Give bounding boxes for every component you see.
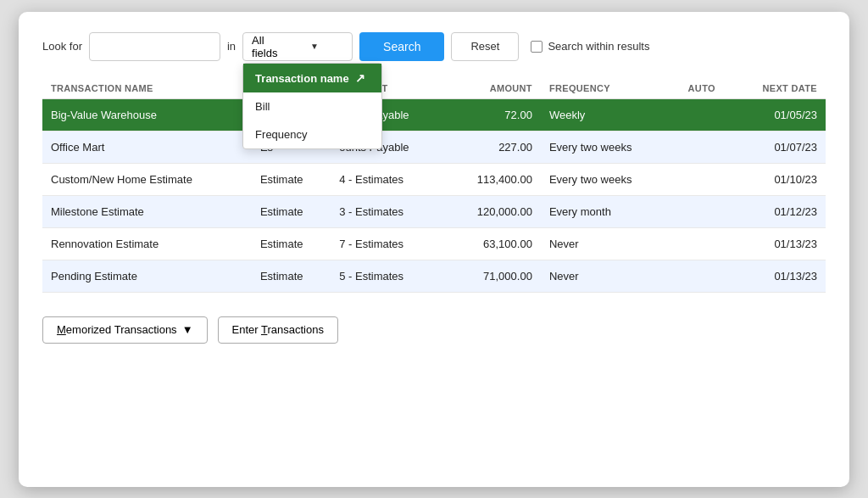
search-within-wrapper: Search within results xyxy=(531,40,649,53)
col-header-next-date: Next Date xyxy=(731,78,826,99)
enter-transactions-button[interactable]: Enter Transactions xyxy=(218,316,338,344)
dropdown-item-bill[interactable]: Bill xyxy=(243,92,381,120)
dropdown-item-transaction-name[interactable]: Transaction name ↗ xyxy=(243,64,381,92)
dropdown-menu: Transaction name ↗ Bill Frequency xyxy=(242,63,382,149)
footer: Memorized Transactions ▼ Enter Transacti… xyxy=(42,316,826,344)
search-bar: Look for in All fields ▼ Transaction nam… xyxy=(42,32,826,61)
table-row[interactable]: Big-Value WarehouseEsounts Payable72.00W… xyxy=(42,98,826,131)
table-row[interactable]: Rennovation EstimateEstimate7 - Estimate… xyxy=(42,227,826,260)
fields-dropdown-wrapper: All fields ▼ Transaction name ↗ Bill Fre… xyxy=(242,32,353,61)
dropdown-arrow-icon: ▼ xyxy=(310,42,343,51)
col-header-auto: Auto xyxy=(672,78,731,99)
col-header-transaction-name: Transaction Name xyxy=(42,78,252,99)
reset-button[interactable]: Reset xyxy=(451,32,519,61)
dropdown-item-frequency[interactable]: Frequency xyxy=(243,120,381,148)
col-header-amount: Amount xyxy=(445,78,540,99)
transactions-table: Transaction Name Type Account Amount Fre… xyxy=(42,78,826,293)
col-header-frequency: Frequency xyxy=(541,78,672,99)
fields-dropdown[interactable]: All fields ▼ xyxy=(242,32,353,61)
search-within-checkbox[interactable] xyxy=(531,41,542,53)
cursor-indicator: ↗ xyxy=(355,71,365,85)
table-header: Transaction Name Type Account Amount Fre… xyxy=(42,78,826,99)
look-for-label: Look for xyxy=(42,40,82,53)
table-row[interactable]: Milestone EstimateEstimate3 - Estimates1… xyxy=(42,195,826,227)
fields-dropdown-label: All fields xyxy=(252,34,285,59)
look-for-input[interactable] xyxy=(89,32,220,61)
memorized-dropdown-arrow: ▼ xyxy=(182,323,193,336)
memorized-transactions-button[interactable]: Memorized Transactions ▼ xyxy=(42,316,208,344)
table-row[interactable]: Custom/New Home EstimateEstimate4 - Esti… xyxy=(42,163,826,195)
search-within-label: Search within results xyxy=(548,40,649,53)
main-window: Look for in All fields ▼ Transaction nam… xyxy=(19,12,849,487)
enter-label: Enter Transactions xyxy=(232,323,324,336)
search-button[interactable]: Search xyxy=(359,32,444,61)
table-row[interactable]: Pending EstimateEstimate5 - Estimates71,… xyxy=(42,260,826,292)
in-label: in xyxy=(227,40,236,53)
memorized-label: Memorized Transactions xyxy=(57,323,177,336)
table-row[interactable]: Office MartEsounts Payable227.00Every tw… xyxy=(42,131,826,163)
